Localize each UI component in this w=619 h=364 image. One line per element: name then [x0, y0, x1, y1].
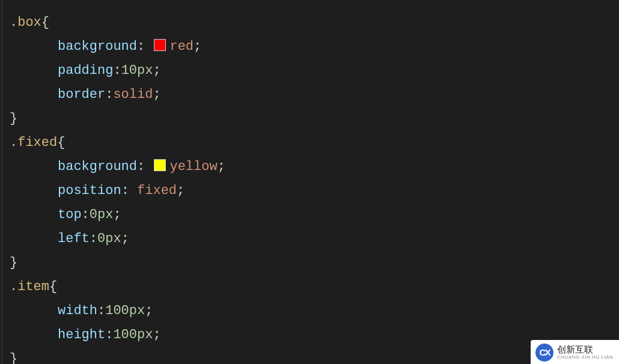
css-declaration: background: yellow;: [10, 155, 613, 179]
editor-gutter: [0, 0, 4, 364]
css-selector-line: .fixed{: [10, 131, 613, 155]
css-declaration: border:solid;: [10, 83, 613, 107]
css-selector-line: .box{: [10, 11, 613, 35]
color-swatch-yellow-icon: [154, 159, 166, 171]
css-close-brace: }: [10, 107, 613, 131]
code-editor: .box{background: red;padding:10px;border…: [0, 0, 619, 364]
css-declaration: left:0px;: [10, 227, 613, 251]
css-declaration: height:100px;: [10, 323, 613, 347]
watermark-logo-icon: CX: [535, 344, 553, 362]
watermark: CX 创新互联 CHUANG XIN HU LIAN: [531, 340, 619, 364]
css-close-brace: }: [10, 347, 613, 364]
code-content[interactable]: .box{background: red;padding:10px;border…: [4, 0, 619, 364]
watermark-text: 创新互联 CHUANG XIN HU LIAN: [557, 345, 613, 360]
watermark-main: 创新互联: [557, 345, 613, 355]
css-declaration: padding:10px;: [10, 59, 613, 83]
color-swatch-red-icon: [154, 39, 166, 51]
css-declaration: background: red;: [10, 35, 613, 59]
css-declaration: top:0px;: [10, 203, 613, 227]
watermark-sub: CHUANG XIN HU LIAN: [557, 355, 613, 360]
css-close-brace: }: [10, 251, 613, 275]
css-declaration: position: fixed;: [10, 179, 613, 203]
css-declaration: width:100px;: [10, 299, 613, 323]
css-selector-line: .item{: [10, 275, 613, 299]
